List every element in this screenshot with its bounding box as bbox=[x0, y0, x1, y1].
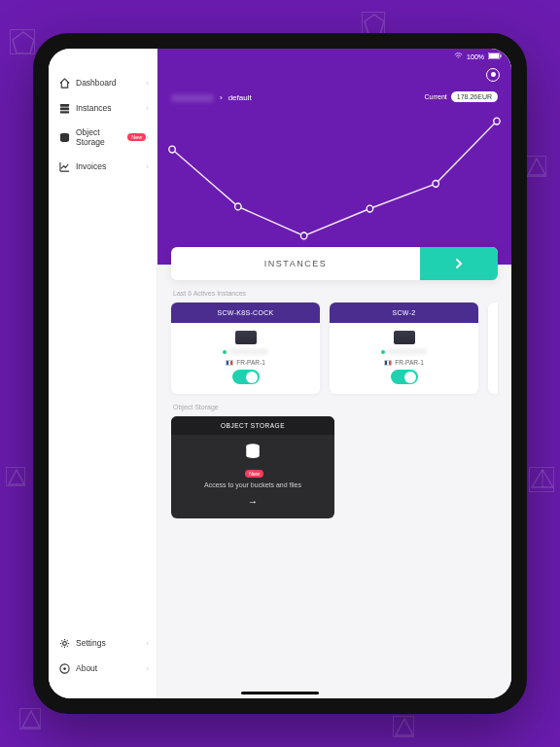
instance-region: FR-PAR-1 bbox=[226, 359, 265, 366]
breadcrumb-project[interactable]: default bbox=[228, 93, 252, 102]
database-icon bbox=[244, 443, 262, 464]
object-storage-card[interactable]: OBJECT STORAGE New Access to your bucket… bbox=[171, 416, 334, 518]
storage-section-label: Object Storage bbox=[158, 394, 511, 416]
chevron-right-icon: › bbox=[146, 639, 149, 648]
bg-triangle-icon bbox=[525, 156, 546, 177]
chevron-right-icon: › bbox=[146, 664, 149, 673]
svg-point-19 bbox=[235, 203, 241, 210]
svg-point-18 bbox=[169, 146, 175, 153]
sidebar-bottom-group: Settings › About › bbox=[49, 630, 157, 681]
sidebar-item-about[interactable]: About › bbox=[49, 656, 157, 681]
svg-rect-10 bbox=[501, 54, 502, 57]
svg-marker-3 bbox=[9, 470, 24, 484]
status-dot-icon bbox=[223, 350, 227, 354]
chevron-right-icon bbox=[453, 258, 465, 269]
svg-rect-13 bbox=[59, 111, 68, 113]
bg-triangle-icon bbox=[19, 708, 41, 729]
current-amount: Current 178.26EUR bbox=[424, 91, 498, 102]
instance-region: FR-PAR-1 bbox=[384, 359, 424, 366]
tab-instances[interactable]: INSTANCES bbox=[171, 247, 420, 280]
chevron-right-icon: › bbox=[146, 79, 149, 88]
svg-marker-0 bbox=[13, 32, 34, 53]
instance-ip-blurred bbox=[229, 348, 268, 355]
svg-point-21 bbox=[367, 205, 372, 212]
bg-tetra-icon bbox=[529, 467, 554, 492]
bg-triangle-icon bbox=[393, 716, 414, 737]
database-icon bbox=[58, 131, 70, 143]
flag-fr-icon bbox=[226, 360, 233, 366]
sidebar: Dashboard › Instances › Object Storage N… bbox=[49, 49, 158, 698]
tablet-frame: 100% Dashboard › Instances › bbox=[33, 33, 527, 714]
instance-card[interactable]: SCW-2 FR-PAR-1 bbox=[330, 302, 478, 394]
bg-pentagon-icon bbox=[362, 12, 385, 35]
svg-rect-12 bbox=[59, 107, 68, 110]
arrow-right-icon: → bbox=[248, 496, 258, 507]
instances-section-label: Last 6 Actives Instances bbox=[158, 280, 511, 302]
bg-triangle-icon bbox=[6, 467, 25, 486]
help-icon bbox=[58, 662, 70, 674]
svg-point-22 bbox=[433, 180, 438, 187]
sidebar-label: Instances bbox=[76, 103, 111, 113]
status-dot-icon bbox=[381, 350, 385, 354]
svg-point-20 bbox=[300, 232, 306, 239]
svg-rect-9 bbox=[489, 53, 499, 58]
region-label: FR-PAR-1 bbox=[236, 359, 265, 366]
instance-name: SCW-K8S-COCK bbox=[171, 302, 320, 323]
gear-icon bbox=[58, 637, 70, 649]
screen: 100% Dashboard › Instances › bbox=[49, 49, 511, 698]
svg-point-15 bbox=[62, 641, 66, 645]
sidebar-item-object-storage[interactable]: Object Storage New › bbox=[49, 121, 157, 154]
status-bar: 100% bbox=[49, 49, 511, 64]
spending-line-chart[interactable] bbox=[167, 113, 502, 259]
server-chip-icon bbox=[394, 331, 415, 344]
main-content: › default Current 178.26EUR bbox=[158, 49, 511, 698]
svg-marker-6 bbox=[22, 711, 40, 728]
instance-name: SCW-2 bbox=[330, 302, 478, 323]
hero-chart-panel: › default Current 178.26EUR bbox=[158, 49, 511, 265]
sidebar-label: Object Storage bbox=[76, 127, 124, 147]
object-storage-subtitle: Access to your buckets and files bbox=[204, 481, 301, 488]
instance-power-toggle[interactable] bbox=[232, 370, 260, 384]
sidebar-item-instances[interactable]: Instances › bbox=[49, 95, 157, 121]
svg-point-17 bbox=[63, 667, 66, 670]
bg-pentagon-icon bbox=[10, 29, 35, 54]
sidebar-item-invoices[interactable]: Invoices › bbox=[49, 154, 157, 179]
chart-icon bbox=[58, 160, 70, 172]
instance-ip-blurred bbox=[388, 348, 427, 355]
chevron-right-icon: › bbox=[146, 104, 149, 113]
sidebar-label: About bbox=[76, 663, 97, 673]
current-value-pill: 178.26EUR bbox=[451, 91, 498, 102]
sidebar-item-dashboard[interactable]: Dashboard › bbox=[49, 70, 157, 95]
home-icon bbox=[58, 77, 70, 89]
profile-icon[interactable] bbox=[486, 68, 500, 82]
wifi-icon bbox=[454, 53, 463, 60]
svg-marker-7 bbox=[396, 719, 413, 735]
flag-fr-icon bbox=[384, 360, 392, 366]
new-badge: New bbox=[245, 470, 263, 478]
sidebar-label: Invoices bbox=[76, 161, 106, 171]
chevron-right-icon: › bbox=[146, 133, 149, 142]
instances-tab-bar: INSTANCES bbox=[171, 247, 498, 280]
tab-next-button[interactable] bbox=[420, 247, 498, 280]
svg-point-23 bbox=[494, 118, 500, 124]
chevron-right-icon: › bbox=[146, 162, 149, 171]
server-icon bbox=[58, 102, 70, 114]
svg-marker-1 bbox=[365, 15, 384, 34]
object-storage-title: OBJECT STORAGE bbox=[171, 416, 334, 435]
chevron-right-icon: › bbox=[220, 93, 223, 102]
sidebar-label: Settings bbox=[76, 638, 106, 648]
server-chip-icon bbox=[235, 331, 257, 344]
sidebar-item-settings[interactable]: Settings › bbox=[49, 630, 157, 656]
home-indicator[interactable] bbox=[241, 692, 319, 694]
instance-card-peek[interactable] bbox=[488, 302, 498, 394]
instance-power-toggle[interactable] bbox=[391, 370, 418, 384]
battery-percent: 100% bbox=[467, 53, 484, 60]
current-label: Current bbox=[424, 93, 446, 100]
battery-icon bbox=[488, 53, 502, 60]
breadcrumb-org-blurred bbox=[171, 94, 214, 102]
svg-rect-11 bbox=[59, 103, 68, 106]
sidebar-top-group: Dashboard › Instances › Object Storage N… bbox=[49, 70, 157, 179]
new-badge: New bbox=[127, 133, 146, 141]
sidebar-label: Dashboard bbox=[76, 78, 117, 88]
instance-card[interactable]: SCW-K8S-COCK FR-PAR-1 bbox=[171, 302, 320, 394]
